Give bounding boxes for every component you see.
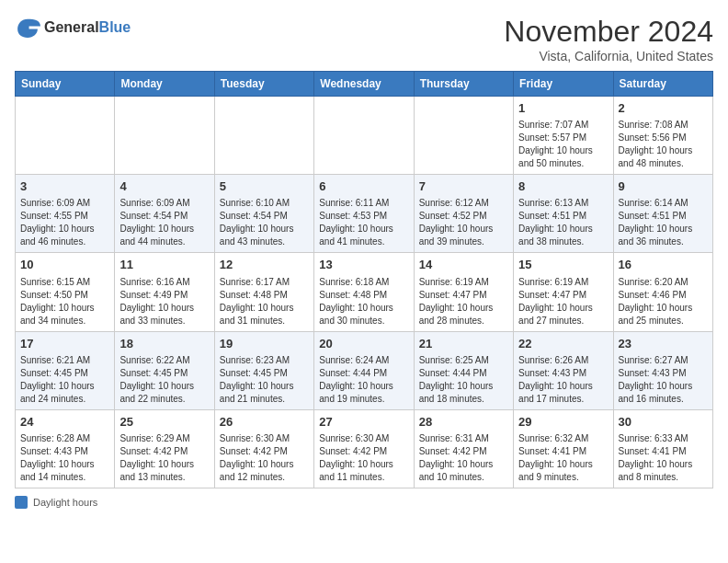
logo: GeneralBlue <box>15 15 131 40</box>
day-info: Sunrise: 6:22 AM Sunset: 4:45 PM Dayligh… <box>119 354 209 406</box>
title-block: November 2024 Vista, California, United … <box>504 15 713 63</box>
month-title: November 2024 <box>504 15 713 49</box>
calendar-cell: 26Sunrise: 6:30 AM Sunset: 4:42 PM Dayli… <box>214 409 313 488</box>
day-info: Sunrise: 6:19 AM Sunset: 4:47 PM Dayligh… <box>419 276 508 327</box>
day-info: Sunrise: 6:23 AM Sunset: 4:45 PM Dayligh… <box>220 354 309 406</box>
day-number: 30 <box>619 414 708 431</box>
day-info: Sunrise: 6:24 AM Sunset: 4:44 PM Dayligh… <box>319 354 408 406</box>
day-info: Sunrise: 6:31 AM Sunset: 4:42 PM Dayligh… <box>419 432 508 484</box>
day-number: 7 <box>419 178 508 195</box>
day-number: 9 <box>619 178 708 195</box>
day-number: 23 <box>619 336 708 352</box>
calendar-cell: 27Sunrise: 6:30 AM Sunset: 4:42 PM Dayli… <box>314 409 414 488</box>
weekday-header-saturday: Saturday <box>613 72 712 97</box>
calendar-cell: 28Sunrise: 6:31 AM Sunset: 4:42 PM Dayli… <box>414 409 513 488</box>
day-info: Sunrise: 6:29 AM Sunset: 4:42 PM Dayligh… <box>119 432 209 484</box>
calendar-cell: 21Sunrise: 6:25 AM Sunset: 4:44 PM Dayli… <box>414 331 513 409</box>
day-info: Sunrise: 6:28 AM Sunset: 4:43 PM Dayligh… <box>20 432 109 484</box>
day-number: 25 <box>119 414 209 431</box>
calendar-week-row: 1Sunrise: 7:07 AM Sunset: 5:57 PM Daylig… <box>16 97 713 175</box>
day-info: Sunrise: 6:27 AM Sunset: 4:43 PM Dayligh… <box>619 354 708 406</box>
calendar-cell: 22Sunrise: 6:26 AM Sunset: 4:43 PM Dayli… <box>514 331 613 409</box>
day-info: Sunrise: 6:30 AM Sunset: 4:42 PM Dayligh… <box>319 432 408 484</box>
day-number: 4 <box>119 178 209 195</box>
calendar-cell: 3Sunrise: 6:09 AM Sunset: 4:55 PM Daylig… <box>16 175 115 253</box>
day-number: 17 <box>20 336 109 352</box>
day-number: 19 <box>220 336 309 352</box>
day-number: 6 <box>319 178 408 195</box>
day-number: 11 <box>119 257 209 273</box>
day-info: Sunrise: 7:08 AM Sunset: 5:56 PM Dayligh… <box>619 119 708 170</box>
weekday-header-sunday: Sunday <box>16 72 115 97</box>
day-info: Sunrise: 6:13 AM Sunset: 4:51 PM Dayligh… <box>518 197 608 248</box>
calendar-cell: 5Sunrise: 6:10 AM Sunset: 4:54 PM Daylig… <box>214 175 313 253</box>
calendar-cell: 18Sunrise: 6:22 AM Sunset: 4:45 PM Dayli… <box>115 331 214 409</box>
logo-icon <box>15 15 40 40</box>
weekday-header-monday: Monday <box>115 72 214 97</box>
day-number: 3 <box>20 178 109 195</box>
day-info: Sunrise: 6:17 AM Sunset: 4:48 PM Dayligh… <box>220 276 309 327</box>
daylight-icon <box>15 496 28 509</box>
day-number: 27 <box>319 414 408 431</box>
day-number: 1 <box>518 100 608 117</box>
weekday-header-friday: Friday <box>514 72 613 97</box>
day-number: 18 <box>119 336 209 352</box>
day-number: 14 <box>419 257 508 273</box>
calendar-cell: 10Sunrise: 6:15 AM Sunset: 4:50 PM Dayli… <box>16 253 115 331</box>
day-info: Sunrise: 6:30 AM Sunset: 4:42 PM Dayligh… <box>220 432 309 484</box>
calendar-cell: 12Sunrise: 6:17 AM Sunset: 4:48 PM Dayli… <box>214 253 313 331</box>
day-number: 26 <box>220 414 309 431</box>
calendar-cell: 13Sunrise: 6:18 AM Sunset: 4:48 PM Dayli… <box>314 253 414 331</box>
day-info: Sunrise: 6:26 AM Sunset: 4:43 PM Dayligh… <box>518 354 608 406</box>
weekday-header-thursday: Thursday <box>414 72 513 97</box>
legend: Daylight hours <box>15 496 713 509</box>
calendar-cell: 1Sunrise: 7:07 AM Sunset: 5:57 PM Daylig… <box>514 97 613 175</box>
day-number: 10 <box>20 257 109 273</box>
calendar-cell: 24Sunrise: 6:28 AM Sunset: 4:43 PM Dayli… <box>16 409 115 488</box>
calendar-week-row: 24Sunrise: 6:28 AM Sunset: 4:43 PM Dayli… <box>16 409 713 488</box>
day-info: Sunrise: 6:09 AM Sunset: 4:54 PM Dayligh… <box>119 197 209 248</box>
calendar-cell: 11Sunrise: 6:16 AM Sunset: 4:49 PM Dayli… <box>115 253 214 331</box>
calendar-cell <box>414 97 513 175</box>
day-info: Sunrise: 7:07 AM Sunset: 5:57 PM Dayligh… <box>518 119 608 170</box>
calendar-cell: 19Sunrise: 6:23 AM Sunset: 4:45 PM Dayli… <box>214 331 313 409</box>
calendar-cell: 17Sunrise: 6:21 AM Sunset: 4:45 PM Dayli… <box>16 331 115 409</box>
calendar-cell <box>16 97 115 175</box>
calendar-cell: 6Sunrise: 6:11 AM Sunset: 4:53 PM Daylig… <box>314 175 414 253</box>
day-info: Sunrise: 6:16 AM Sunset: 4:49 PM Dayligh… <box>119 276 209 327</box>
day-info: Sunrise: 6:18 AM Sunset: 4:48 PM Dayligh… <box>319 276 408 327</box>
day-number: 16 <box>619 257 708 273</box>
calendar-cell <box>314 97 414 175</box>
calendar-cell <box>214 97 313 175</box>
calendar-cell: 16Sunrise: 6:20 AM Sunset: 4:46 PM Dayli… <box>613 253 712 331</box>
calendar-cell: 20Sunrise: 6:24 AM Sunset: 4:44 PM Dayli… <box>314 331 414 409</box>
calendar-cell: 4Sunrise: 6:09 AM Sunset: 4:54 PM Daylig… <box>115 175 214 253</box>
day-info: Sunrise: 6:15 AM Sunset: 4:50 PM Dayligh… <box>20 276 109 327</box>
day-number: 22 <box>518 336 608 352</box>
day-info: Sunrise: 6:21 AM Sunset: 4:45 PM Dayligh… <box>20 354 109 406</box>
day-number: 12 <box>220 257 309 273</box>
calendar-cell: 23Sunrise: 6:27 AM Sunset: 4:43 PM Dayli… <box>613 331 712 409</box>
day-info: Sunrise: 6:12 AM Sunset: 4:52 PM Dayligh… <box>419 197 508 248</box>
day-number: 8 <box>518 178 608 195</box>
calendar-cell: 14Sunrise: 6:19 AM Sunset: 4:47 PM Dayli… <box>414 253 513 331</box>
calendar-cell: 30Sunrise: 6:33 AM Sunset: 4:41 PM Dayli… <box>613 409 712 488</box>
day-number: 29 <box>518 414 608 431</box>
weekday-header-tuesday: Tuesday <box>214 72 313 97</box>
calendar-cell: 2Sunrise: 7:08 AM Sunset: 5:56 PM Daylig… <box>613 97 712 175</box>
calendar-cell: 8Sunrise: 6:13 AM Sunset: 4:51 PM Daylig… <box>514 175 613 253</box>
page-header: GeneralBlue November 2024 Vista, Califor… <box>15 15 713 63</box>
location: Vista, California, United States <box>504 49 713 63</box>
calendar-cell: 9Sunrise: 6:14 AM Sunset: 4:51 PM Daylig… <box>613 175 712 253</box>
day-info: Sunrise: 6:32 AM Sunset: 4:41 PM Dayligh… <box>518 432 608 484</box>
calendar-week-row: 10Sunrise: 6:15 AM Sunset: 4:50 PM Dayli… <box>16 253 713 331</box>
day-number: 5 <box>220 178 309 195</box>
day-info: Sunrise: 6:33 AM Sunset: 4:41 PM Dayligh… <box>619 432 708 484</box>
daylight-label: Daylight hours <box>33 497 97 508</box>
day-number: 15 <box>518 257 608 273</box>
calendar-week-row: 3Sunrise: 6:09 AM Sunset: 4:55 PM Daylig… <box>16 175 713 253</box>
day-number: 28 <box>419 414 508 431</box>
day-info: Sunrise: 6:20 AM Sunset: 4:46 PM Dayligh… <box>619 276 708 327</box>
calendar-cell: 7Sunrise: 6:12 AM Sunset: 4:52 PM Daylig… <box>414 175 513 253</box>
calendar-table: SundayMondayTuesdayWednesdayThursdayFrid… <box>15 71 713 488</box>
